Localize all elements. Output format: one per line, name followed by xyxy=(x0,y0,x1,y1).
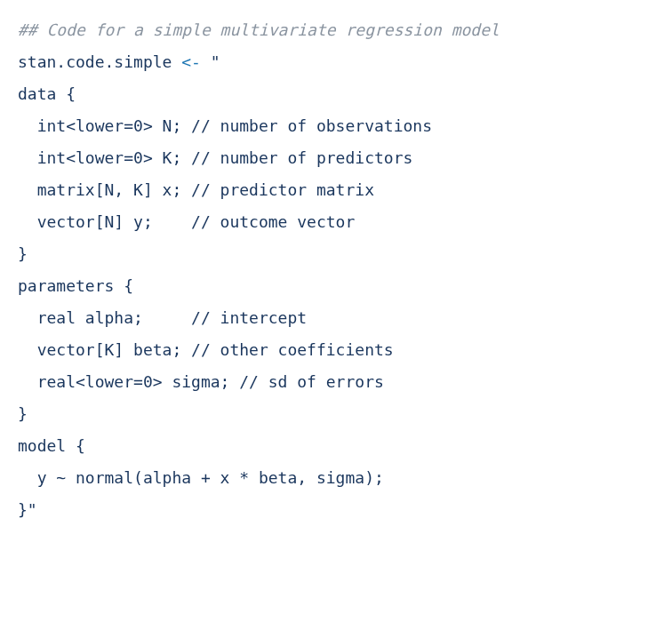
code-line: real<lower=0> sigma; // sd of errors xyxy=(18,372,384,391)
assign-operator: <- xyxy=(181,52,201,71)
code-line: data { xyxy=(18,84,76,103)
code-line: } xyxy=(18,404,28,423)
string-open-quote: " xyxy=(211,52,220,71)
code-line: matrix[N, K] x; // predictor matrix xyxy=(18,180,374,199)
code-line: vector[K] beta; // other coefficients xyxy=(18,340,394,359)
code-varname: stan.code.simple xyxy=(18,52,172,71)
code-line: }" xyxy=(18,500,37,519)
code-line: parameters { xyxy=(18,276,133,295)
code-block: ## Code for a simple multivariate regres… xyxy=(18,14,654,526)
code-line: vector[N] y; // outcome vector xyxy=(18,212,355,231)
code-line: int<lower=0> N; // number of observation… xyxy=(18,116,432,135)
code-line: real alpha; // intercept xyxy=(18,308,307,327)
code-line: int<lower=0> K; // number of predictors xyxy=(18,148,412,167)
code-comment-header: ## Code for a simple multivariate regres… xyxy=(18,20,500,39)
code-line: model { xyxy=(18,436,85,455)
code-line: y ~ normal(alpha + x * beta, sigma); xyxy=(18,468,384,487)
code-line: } xyxy=(18,244,28,263)
